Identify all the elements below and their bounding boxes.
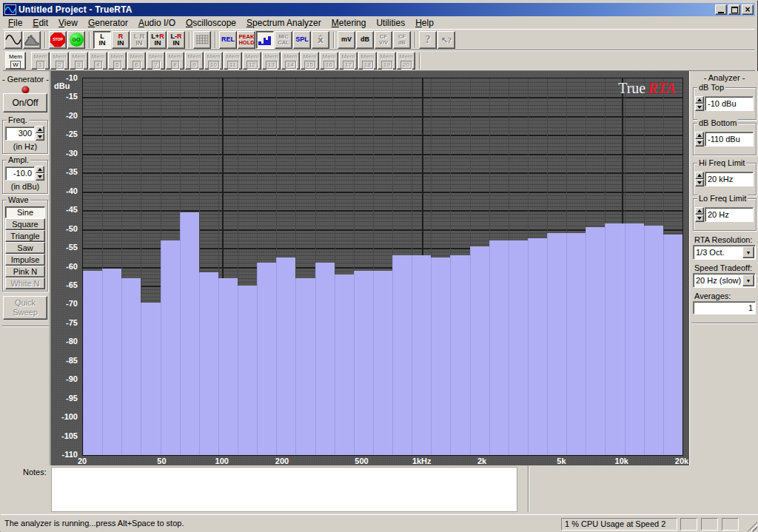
notes-label: Notes: — [23, 468, 47, 477]
freq-input[interactable] — [5, 127, 35, 141]
lo-freq-input[interactable] — [705, 207, 754, 222]
hi-freq-group: Hi Freq Limit — [693, 163, 757, 195]
wave-button-saw[interactable]: Saw — [5, 242, 45, 254]
help-button[interactable]: ? — [419, 31, 437, 49]
hi-freq-input[interactable] — [705, 172, 754, 186]
rta-resolution-select[interactable]: 1/3 Oct. ▼ — [693, 245, 756, 260]
menu-item-view[interactable]: View — [53, 17, 83, 29]
x-tick-label: 100 — [215, 457, 229, 465]
y-tick-label: -90 — [66, 375, 78, 383]
l-minus-r-input-button[interactable]: L-RIN — [167, 31, 185, 49]
maximize-button[interactable] — [728, 4, 740, 15]
wave-button-sine[interactable]: Sine — [5, 206, 45, 218]
mem-w-button[interactable]: MemW — [5, 52, 26, 70]
rta-bar-2.5k — [489, 240, 509, 455]
rta-bar-125 — [238, 286, 257, 455]
ampl-spinner[interactable] — [36, 166, 44, 181]
hi-freq-spinner[interactable] — [695, 172, 704, 186]
peak-hold-button[interactable]: PEAKHOLD — [238, 31, 255, 49]
menu-item-help[interactable]: Help — [410, 17, 439, 29]
freq-down-icon[interactable] — [36, 133, 44, 141]
menu-item-audio-i-o[interactable]: Audio I/O — [133, 17, 181, 29]
rta-bar-250 — [295, 278, 315, 455]
toolbar-separator — [189, 32, 190, 48]
stop-button[interactable]: STOP — [49, 31, 67, 49]
spl-display-button[interactable]: SPL — [293, 31, 311, 49]
menu-item-utilities[interactable]: Utilities — [371, 17, 410, 29]
stop-icon: STOP — [50, 33, 65, 47]
minimize-button[interactable] — [715, 4, 727, 15]
db-bottom-spinner[interactable] — [695, 132, 704, 147]
grid-toggle-button[interactable] — [193, 31, 211, 49]
hi-freq-down-icon[interactable] — [695, 179, 704, 186]
db-top-up-icon[interactable] — [695, 96, 704, 104]
db-top-input[interactable] — [705, 96, 754, 111]
resize-grip[interactable] — [748, 522, 757, 531]
menu-item-spectrum-analyzer[interactable]: Spectrum Analyzer — [241, 17, 326, 29]
toolbar-separator — [415, 32, 416, 48]
rta-bar-4k — [528, 238, 547, 455]
wave-button-triangle[interactable]: Triangle — [5, 230, 45, 242]
mem-16-button: Mem16 — [320, 52, 338, 70]
db-bottom-down-icon[interactable] — [695, 139, 704, 147]
wave-button-square[interactable]: Square — [5, 218, 45, 230]
bar-display-button[interactable] — [256, 31, 274, 49]
analyzer-window-button[interactable] — [23, 31, 41, 49]
toolbar-button-label: dB — [398, 40, 406, 46]
mem-20-button: Mem20 — [397, 52, 415, 70]
go-icon: GO — [70, 33, 84, 47]
y-tick-label: -15 — [66, 92, 78, 101]
close-button[interactable]: × — [742, 4, 754, 15]
menu-item-metering[interactable]: Metering — [326, 17, 372, 29]
speed-tradeoff-select[interactable]: 20 Hz (slow) ▼ — [693, 273, 756, 288]
ampl-input[interactable] — [5, 166, 35, 181]
averages-input[interactable] — [693, 301, 756, 314]
memory-toolbar: MemWMem1Mem2Mem3Mem4Mem5Mem6Mem7Mem8Mem9… — [3, 50, 755, 71]
bars-icon — [258, 35, 272, 45]
freq-up-icon[interactable] — [36, 126, 44, 133]
db-top-spinner[interactable] — [695, 96, 704, 111]
rta-bar-16k — [644, 226, 663, 456]
rta-bar-1k — [412, 255, 431, 455]
generator-window-button[interactable] — [4, 31, 22, 49]
rta-bar-800 — [392, 255, 412, 455]
x-tick-label: 20 — [78, 457, 87, 465]
wave-button-impulse[interactable]: Impulse — [5, 254, 45, 266]
db-bottom-input[interactable] — [705, 132, 754, 147]
freq-spinner[interactable] — [36, 126, 44, 141]
notes-field[interactable] — [51, 467, 517, 512]
menu-item-file[interactable]: File — [3, 17, 27, 29]
y-tick-label: -95 — [66, 394, 78, 403]
menu-item-generator[interactable]: Generator — [83, 17, 133, 29]
relative-mode-button[interactable]: REL — [219, 31, 237, 49]
db-top-down-icon[interactable] — [695, 104, 704, 111]
app-window: Untitled Project - TrueRTA × FileEditVie… — [0, 0, 758, 532]
wave-button-pink-n[interactable]: Pink N — [5, 266, 45, 277]
l-plus-r-input-button[interactable]: L+RIN — [149, 31, 167, 49]
ampl-down-icon[interactable] — [36, 173, 44, 181]
toolbar-button-label: CAL — [278, 40, 289, 46]
mem-2-button: Mem2 — [50, 52, 69, 70]
status-bar: The analyzer is running...press Alt+Spac… — [1, 514, 758, 532]
go-button[interactable]: GO — [67, 31, 85, 49]
left-input-button[interactable]: LIN — [93, 31, 111, 49]
lo-freq-spinner[interactable] — [695, 207, 704, 222]
db-bottom-up-icon[interactable] — [695, 132, 704, 139]
millivolt-units-button[interactable]: mV — [338, 31, 355, 49]
rta-bar-50 — [161, 240, 180, 455]
generator-onoff-button[interactable]: On/Off — [3, 93, 47, 112]
menu-item-edit[interactable]: Edit — [27, 17, 53, 29]
lo-freq-down-icon[interactable] — [695, 215, 704, 222]
hi-freq-up-icon[interactable] — [695, 172, 704, 179]
rta-plot: TrueRTA — [82, 78, 683, 456]
right-input-button[interactable]: RIN — [112, 31, 130, 49]
cf-db-button: CFdB — [393, 31, 411, 49]
toolbar-separator — [89, 32, 90, 48]
speed-tradeoff-value: 20 Hz (slow) — [694, 276, 742, 285]
decibel-units-button[interactable]: dB — [356, 31, 374, 49]
mem-14-button: Mem14 — [281, 52, 300, 70]
lo-freq-up-icon[interactable] — [695, 207, 704, 215]
ampl-up-icon[interactable] — [36, 166, 44, 173]
y-tick-label: -50 — [66, 225, 78, 233]
menu-item-oscilloscope[interactable]: Oscilloscope — [181, 17, 241, 29]
